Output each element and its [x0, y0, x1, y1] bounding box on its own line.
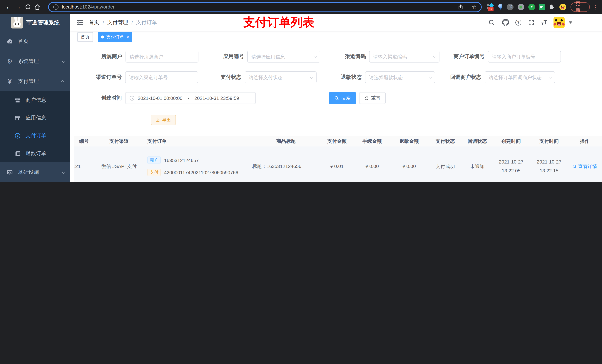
tab-home[interactable]: 首页: [77, 32, 93, 42]
extension-badge: 10: [488, 7, 494, 11]
date-start: 2021-10-01 00:00:00: [138, 95, 182, 101]
avatar-caret-icon[interactable]: [569, 21, 572, 23]
col-title: 商品标题: [252, 136, 320, 146]
extension-y-icon[interactable]: Y: [528, 3, 535, 10]
export-button[interactable]: 导出: [151, 115, 176, 125]
cell-create-time: 2021-10-2713:22:05: [492, 146, 531, 182]
browser-extensions: 10 ⌘ Y: [487, 2, 566, 11]
shop-icon: [14, 97, 21, 104]
share-icon[interactable]: [458, 4, 463, 10]
refund-status-select[interactable]: [365, 71, 435, 83]
sidebar-item-label: 支付管理: [18, 78, 39, 85]
channel-code-select[interactable]: [369, 51, 440, 62]
sidebar-item-payment[interactable]: ¥ 支付管理: [0, 71, 70, 91]
grid-icon: [14, 115, 21, 121]
user-avatar[interactable]: [553, 17, 565, 28]
reload-icon[interactable]: [23, 2, 32, 12]
channel-order-no-field[interactable]: [129, 74, 194, 80]
sidebar-item-home[interactable]: 首页: [0, 31, 70, 52]
merchant-order-no-input[interactable]: [488, 51, 561, 62]
tab-pay-order[interactable]: 支付订单 ×: [98, 32, 132, 42]
browser-update-button[interactable]: 更新: [571, 2, 590, 12]
bookmark-star-icon[interactable]: ☆: [472, 3, 477, 10]
browser-menu-icon[interactable]: ⋮: [593, 3, 598, 10]
cell-notify: 未通知: [463, 146, 492, 182]
home-icon[interactable]: [32, 2, 42, 12]
clock-icon: [129, 95, 135, 101]
sidebar-item-infrastructure[interactable]: 基础设施: [0, 162, 70, 182]
cell-actions: 查看详情: [568, 146, 602, 182]
extension-pin-icon[interactable]: 10: [487, 2, 494, 11]
filter-label: 商户订单编号: [437, 53, 485, 60]
search-button[interactable]: 搜索: [329, 92, 356, 104]
col-pay-time: 支付时间: [531, 136, 568, 146]
github-icon[interactable]: [502, 19, 509, 26]
extension-balloon-icon[interactable]: [498, 4, 503, 10]
cell-refund: ¥ 0.00: [391, 146, 428, 182]
sidebar-item-system[interactable]: ⚙ 系统管理: [0, 52, 70, 71]
col-create-time: 创建时间: [492, 136, 531, 146]
filter-label: 创建时间: [74, 95, 122, 101]
merchant-input-field[interactable]: [129, 54, 194, 59]
merchant-order-no-field[interactable]: [492, 54, 557, 59]
col-amount: 支付金额: [320, 136, 354, 146]
breadcrumb-separator: /: [103, 20, 104, 25]
sidebar-submenu-payment: 商户信息 应用信息 ¥ 支付订单: [0, 91, 70, 162]
view-detail-link[interactable]: 查看详情: [572, 163, 597, 170]
filter-label: 渠道编码: [326, 53, 366, 60]
browser-profile-avatar[interactable]: [559, 3, 566, 10]
tags-view: 首页 支付订单 ×: [70, 31, 602, 43]
col-id: 编号: [74, 136, 94, 146]
extension-record-icon[interactable]: [518, 3, 525, 10]
fullscreen-icon[interactable]: [527, 19, 535, 26]
notify-status-field[interactable]: [489, 74, 547, 80]
app-select-field[interactable]: [251, 54, 312, 59]
yen-circle-icon: ¥: [14, 133, 21, 139]
back-icon[interactable]: ←: [4, 2, 13, 12]
col-notify: 回调状态: [463, 136, 492, 146]
yen-icon: ¥: [7, 78, 13, 84]
extensions-puzzle-icon[interactable]: [549, 4, 556, 10]
search-icon[interactable]: [488, 19, 495, 26]
filter-label: 退款状态: [326, 74, 362, 81]
refund-status-field[interactable]: [369, 74, 427, 80]
pay-status-field[interactable]: [249, 74, 308, 80]
filter-label: 应用编号: [207, 53, 244, 60]
sidebar-item-app-info[interactable]: 应用信息: [0, 109, 70, 127]
share-glyph: [458, 4, 463, 10]
pay-status-select[interactable]: [245, 71, 317, 83]
app-select[interactable]: [247, 51, 320, 62]
sidebar-item-pay-order[interactable]: ¥ 支付订单: [0, 127, 70, 145]
extension-command-icon[interactable]: ⌘: [507, 3, 514, 10]
date-range-input[interactable]: 2021-10-01 00:00:00 - 2021-10-31 23:59:5…: [125, 92, 256, 104]
col-refund: 退款金额: [391, 136, 428, 146]
channel-order-no-input[interactable]: [125, 71, 198, 83]
sidebar-item-label: 退款订单: [26, 150, 46, 157]
forward-icon[interactable]: →: [13, 2, 23, 12]
merchant-input[interactable]: [126, 51, 198, 62]
url-bar[interactable]: i localhost:1024/pay/order ☆: [48, 2, 482, 12]
site-info-icon[interactable]: i: [53, 4, 58, 10]
chevron-down-icon: [548, 75, 552, 79]
breadcrumb-pay-manage[interactable]: 支付管理: [107, 19, 128, 26]
sidebar-fold-icon[interactable]: [76, 18, 84, 26]
tab-close-icon[interactable]: ×: [127, 35, 129, 39]
top-navbar: 首页 / 支付管理 / 支付订单 支付订单列表 ?: [70, 14, 602, 31]
sidebar-item-refund-order[interactable]: 退款订单: [0, 145, 70, 162]
merchant-tag: 商户: [147, 156, 161, 164]
app-logo-image: [11, 17, 23, 29]
font-size-icon[interactable]: TT: [541, 19, 547, 26]
cell-title: 标题：1635312124656: [252, 146, 320, 182]
channel-code-field[interactable]: [373, 54, 431, 59]
reset-button[interactable]: 重置: [359, 92, 386, 104]
date-end: 2021-10-31 23:59:59: [194, 95, 239, 101]
filter-label: 渠道订单号: [74, 74, 122, 81]
extension-chat-icon[interactable]: [539, 4, 545, 10]
notify-status-select[interactable]: [485, 71, 555, 83]
help-icon[interactable]: ?: [515, 20, 521, 25]
sidebar-item-merchant-info[interactable]: 商户信息: [0, 91, 70, 109]
sidebar-item-label: 商户信息: [26, 97, 46, 104]
filter-app: 应用编号: [207, 51, 320, 62]
col-status: 支付状态: [428, 136, 463, 146]
breadcrumb-home[interactable]: 首页: [89, 19, 99, 26]
